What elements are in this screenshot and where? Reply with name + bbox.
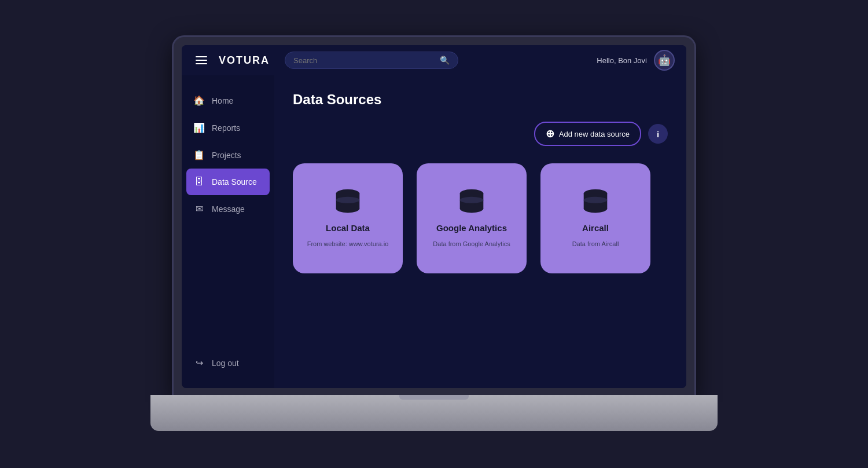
card-title-local-data: Local Data: [326, 223, 370, 233]
sidebar-item-home[interactable]: 🏠 Home: [182, 87, 274, 114]
svg-point-3: [336, 197, 360, 203]
card-title-aircall: Aircall: [582, 223, 609, 233]
sidebar-logout-label: Log out: [212, 359, 239, 368]
nav-right: Hello, Bon Jovi 🤖: [597, 50, 675, 71]
card-subtitle-google-analytics: Data from Google Analytics: [433, 240, 510, 248]
brand-logo: VOTURA: [219, 54, 270, 67]
sidebar-item-logout[interactable]: ↪ Log out: [182, 349, 274, 376]
top-nav: VOTURA 🔍 Hello, Bon Jovi 🤖: [182, 45, 686, 75]
projects-icon: 📋: [193, 149, 205, 160]
card-title-google-analytics: Google Analytics: [436, 223, 507, 233]
content-header: ⊕ Add new data source i: [293, 122, 668, 146]
page-title: Data Sources: [293, 92, 668, 108]
svg-point-10: [584, 204, 608, 213]
svg-point-7: [460, 197, 484, 203]
database-icon-aircall: [580, 188, 610, 216]
sidebar: 🏠 Home 📊 Reports 📋 Projects 🗄 Data Sourc…: [182, 75, 274, 388]
home-icon: 🏠: [193, 95, 205, 106]
search-icon: 🔍: [440, 56, 450, 65]
data-sources-grid: Local Data From website: www.votura.io: [293, 163, 668, 273]
reports-icon: 📊: [193, 122, 205, 133]
user-avatar[interactable]: 🤖: [654, 50, 675, 71]
search-input[interactable]: [293, 56, 435, 65]
sidebar-item-reports-label: Reports: [212, 123, 240, 133]
laptop-screen: VOTURA 🔍 Hello, Bon Jovi 🤖 🏠 Home: [182, 45, 686, 388]
sidebar-item-data-source[interactable]: 🗄 Data Source: [186, 169, 270, 195]
info-icon: i: [657, 129, 659, 139]
card-subtitle-aircall: Data from Aircall: [572, 240, 619, 248]
database-icon-google: [457, 188, 487, 216]
laptop-wrapper: VOTURA 🔍 Hello, Bon Jovi 🤖 🏠 Home: [150, 37, 718, 431]
sidebar-item-home-label: Home: [212, 96, 233, 105]
hamburger-menu-icon[interactable]: [193, 54, 209, 67]
add-source-button[interactable]: ⊕ Add new data source: [534, 122, 641, 146]
data-source-card-google-analytics[interactable]: Google Analytics Data from Google Analyt…: [417, 163, 527, 273]
sidebar-item-reports[interactable]: 📊 Reports: [182, 114, 274, 141]
svg-point-6: [460, 204, 484, 213]
sidebar-item-projects[interactable]: 📋 Projects: [182, 141, 274, 169]
add-source-label: Add new data source: [559, 130, 630, 138]
plus-icon: ⊕: [546, 127, 554, 140]
sidebar-item-projects-label: Projects: [212, 151, 241, 160]
sidebar-item-message[interactable]: ✉ Message: [182, 195, 274, 222]
svg-point-2: [336, 204, 360, 213]
database-icon-local: [333, 188, 363, 216]
sidebar-item-data-source-label: Data Source: [212, 177, 257, 187]
main-layout: 🏠 Home 📊 Reports 📋 Projects 🗄 Data Sourc…: [182, 75, 686, 388]
screen-bezel: VOTURA 🔍 Hello, Bon Jovi 🤖 🏠 Home: [174, 37, 694, 396]
laptop-base: [150, 395, 718, 431]
search-bar[interactable]: 🔍: [285, 52, 458, 69]
sidebar-item-message-label: Message: [212, 204, 245, 214]
main-content: Data Sources ⊕ Add new data source i: [274, 75, 686, 388]
message-icon: ✉: [193, 203, 205, 214]
svg-point-11: [584, 197, 608, 203]
data-source-card-aircall[interactable]: Aircall Data from Aircall: [540, 163, 650, 273]
card-subtitle-local-data: From website: www.votura.io: [307, 240, 389, 248]
data-source-card-local-data[interactable]: Local Data From website: www.votura.io: [293, 163, 403, 273]
greeting-text: Hello, Bon Jovi: [597, 56, 647, 65]
logout-icon: ↪: [193, 357, 205, 368]
info-button[interactable]: i: [648, 124, 668, 144]
data-source-icon: 🗄: [193, 177, 205, 187]
